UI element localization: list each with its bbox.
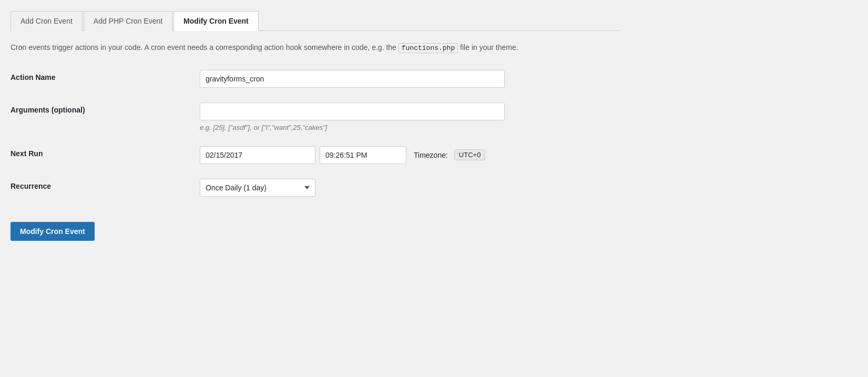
recurrence-label: Recurrence <box>11 179 200 190</box>
next-run-fields: Timezone: UTC+0 <box>200 146 620 164</box>
arguments-input[interactable] <box>200 103 505 120</box>
action-name-row: Action Name <box>11 70 620 88</box>
tab-add-php-cron[interactable]: Add PHP Cron Event <box>84 11 172 31</box>
arguments-hint: e.g. [25], ["asdf"], or ["i","want",25,"… <box>200 124 620 131</box>
tab-modify-cron[interactable]: Modify Cron Event <box>173 11 259 31</box>
submit-row: Modify Cron Event <box>11 211 620 241</box>
recurrence-field: Once Daily (1 day) Twice Daily (12 hours… <box>200 179 620 197</box>
action-name-input[interactable] <box>200 70 505 88</box>
modify-cron-button[interactable]: Modify Cron Event <box>11 222 95 241</box>
form-container: Action Name Arguments (optional) e.g. [2… <box>11 70 620 241</box>
next-run-time-input[interactable] <box>320 146 406 164</box>
description-text: Cron events trigger actions in your code… <box>11 42 620 54</box>
tab-add-cron[interactable]: Add Cron Event <box>11 11 83 31</box>
next-run-date-input[interactable] <box>200 146 315 164</box>
timezone-label-text: Timezone: <box>414 151 448 159</box>
arguments-label: Arguments (optional) <box>11 103 200 114</box>
recurrence-select[interactable]: Once Daily (1 day) Twice Daily (12 hours… <box>200 179 315 197</box>
next-run-label: Next Run <box>11 146 200 158</box>
tabs-container: Add Cron Event Add PHP Cron Event Modify… <box>11 11 620 31</box>
page-container: Add Cron Event Add PHP Cron Event Modify… <box>0 0 631 262</box>
timezone-badge: UTC+0 <box>454 149 486 160</box>
arguments-field: e.g. [25], ["asdf"], or ["i","want",25,"… <box>200 103 620 131</box>
action-name-field <box>200 70 620 88</box>
recurrence-row: Recurrence Once Daily (1 day) Twice Dail… <box>11 179 620 197</box>
next-run-row: Next Run Timezone: UTC+0 <box>11 146 620 164</box>
action-name-label: Action Name <box>11 70 200 81</box>
arguments-row: Arguments (optional) e.g. [25], ["asdf"]… <box>11 103 620 131</box>
next-run-field: Timezone: UTC+0 <box>200 146 620 164</box>
